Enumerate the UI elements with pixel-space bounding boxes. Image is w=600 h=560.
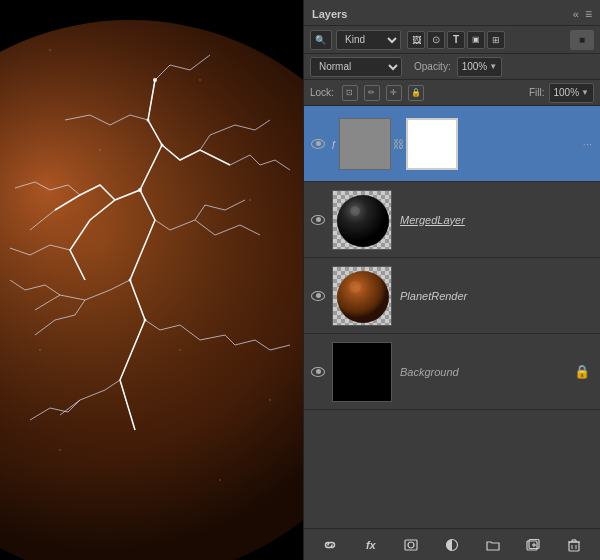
merged-sphere-svg <box>333 191 392 250</box>
svg-point-25 <box>408 542 414 548</box>
layer-item-merged[interactable]: MergedLayer <box>304 182 600 258</box>
layer-visibility-bg[interactable] <box>308 362 328 382</box>
fill-label: Fill: <box>529 87 545 98</box>
layer-item-background[interactable]: Background 🔒 <box>304 334 600 410</box>
layer-more-top[interactable]: ··· <box>583 138 592 150</box>
lock-all-icon: 🔒 <box>411 88 421 97</box>
fill-arrow: ▼ <box>581 88 589 97</box>
svg-rect-31 <box>569 542 579 551</box>
filter-kind-select[interactable]: Kind Name Effect <box>336 30 401 50</box>
add-mask-button[interactable] <box>401 535 421 555</box>
layer-name-planet: PlanetRender <box>400 290 596 302</box>
filter-search-box: 🔍 <box>310 30 332 50</box>
new-layer-icon <box>526 538 540 552</box>
svg-point-16 <box>59 449 61 451</box>
layer-name-bg: Background <box>400 366 574 378</box>
layers-list: ƒ ⛓ ··· <box>304 106 600 528</box>
opacity-value: 100% <box>462 61 488 72</box>
layer-visibility-merged[interactable] <box>308 210 328 230</box>
svg-point-17 <box>219 479 221 481</box>
opacity-control[interactable]: 100% ▼ <box>457 57 503 77</box>
lock-row: Lock: ⊡ ✏ ✛ 🔒 Fill: 100% ▼ <box>304 80 600 106</box>
fx-button[interactable]: fx <box>361 535 381 555</box>
lock-paint-icon: ✏ <box>368 88 375 97</box>
layer-name-merged: MergedLayer <box>400 214 596 226</box>
svg-point-12 <box>199 79 201 81</box>
layer-thumb-top-icons: ƒ ⛓ <box>331 118 458 170</box>
panel-menu-btn[interactable]: ≡ <box>585 7 592 21</box>
svg-point-8 <box>138 188 142 192</box>
svg-point-10 <box>144 319 147 322</box>
lock-label: Lock: <box>310 87 334 98</box>
svg-point-20 <box>337 195 389 247</box>
panel-header-controls: « ≡ <box>573 7 592 21</box>
lock-all-btn[interactable]: 🔒 <box>408 85 424 101</box>
svg-point-23 <box>349 281 361 293</box>
adjustment-icon <box>445 538 459 552</box>
eye-icon-top <box>311 139 325 149</box>
layer-thumb-planet <box>332 266 392 326</box>
layer-lock-bg-icon: 🔒 <box>574 364 590 379</box>
filter-image-icon[interactable]: 🖼 <box>407 31 425 49</box>
fx-icon: fx <box>366 539 376 551</box>
filter-shape-icon[interactable]: ▣ <box>467 31 485 49</box>
layer-top-small-icons: ƒ <box>331 139 336 149</box>
svg-point-15 <box>179 349 181 351</box>
new-group-button[interactable] <box>483 535 503 555</box>
svg-point-11 <box>49 49 51 51</box>
link-icon <box>323 538 337 552</box>
svg-point-18 <box>39 349 41 351</box>
svg-point-9 <box>129 279 132 282</box>
panel-collapse-btn[interactable]: « <box>573 8 579 20</box>
filter-row: 🔍 Kind Name Effect 🖼 ⊙ T ▣ ⊞ ■ <box>304 26 600 54</box>
link-layers-button[interactable] <box>320 535 340 555</box>
layer-info-bg: Background <box>396 366 574 378</box>
layer-top-mask <box>406 118 458 170</box>
lock-transparent-btn[interactable]: ⊡ <box>342 85 358 101</box>
eye-icon-bg <box>311 367 325 377</box>
layer-thumb-bg <box>332 342 392 402</box>
layer-thumb-merged <box>332 190 392 250</box>
opacity-arrow: ▼ <box>489 62 497 71</box>
opacity-label: Opacity: <box>414 61 451 72</box>
layer-info-planet: PlanetRender <box>396 290 596 302</box>
trash-icon <box>567 538 581 552</box>
svg-point-6 <box>147 119 150 122</box>
canvas-area <box>0 0 303 560</box>
lock-move-icon: ✛ <box>390 88 397 97</box>
filter-smart-icon[interactable]: ⊞ <box>487 31 505 49</box>
new-layer-button[interactable] <box>523 535 543 555</box>
new-adjustment-button[interactable] <box>442 535 462 555</box>
layer-info-merged: MergedLayer <box>396 214 596 226</box>
svg-point-7 <box>161 144 164 147</box>
blend-mode-select[interactable]: Normal Dissolve Multiply Screen Overlay <box>310 57 402 77</box>
svg-point-5 <box>153 78 157 82</box>
layer-item-planet[interactable]: PlanetRender <box>304 258 600 334</box>
lock-paint-btn[interactable]: ✏ <box>364 85 380 101</box>
bottom-toolbar: fx <box>304 528 600 560</box>
layer-visibility-planet[interactable] <box>308 286 328 306</box>
planet-render-svg <box>0 0 303 560</box>
link-chain-icon: ⛓ <box>393 138 404 150</box>
layer-top-thumb1 <box>339 118 391 170</box>
panel-toggle[interactable]: ■ <box>570 30 594 50</box>
fill-value: 100% <box>554 87 580 98</box>
fx-small-icon: ƒ <box>331 139 336 149</box>
delete-layer-button[interactable] <box>564 535 584 555</box>
fill-control[interactable]: 100% ▼ <box>549 83 595 103</box>
fill-section: Fill: 100% ▼ <box>529 83 594 103</box>
svg-point-14 <box>249 199 251 201</box>
eye-icon-planet <box>311 291 325 301</box>
mask-icon <box>404 538 418 552</box>
layer-item-top[interactable]: ƒ ⛓ ··· <box>304 106 600 182</box>
panel-title: Layers <box>312 8 347 20</box>
svg-point-21 <box>350 206 360 216</box>
blend-mode-row: Normal Dissolve Multiply Screen Overlay … <box>304 54 600 80</box>
search-icon: 🔍 <box>315 35 326 45</box>
filter-adjust-icon[interactable]: ⊙ <box>427 31 445 49</box>
lock-move-btn[interactable]: ✛ <box>386 85 402 101</box>
layer-visibility-top[interactable] <box>308 134 328 154</box>
svg-point-13 <box>99 149 101 151</box>
planet-sphere-svg <box>333 267 392 326</box>
filter-text-icon[interactable]: T <box>447 31 465 49</box>
